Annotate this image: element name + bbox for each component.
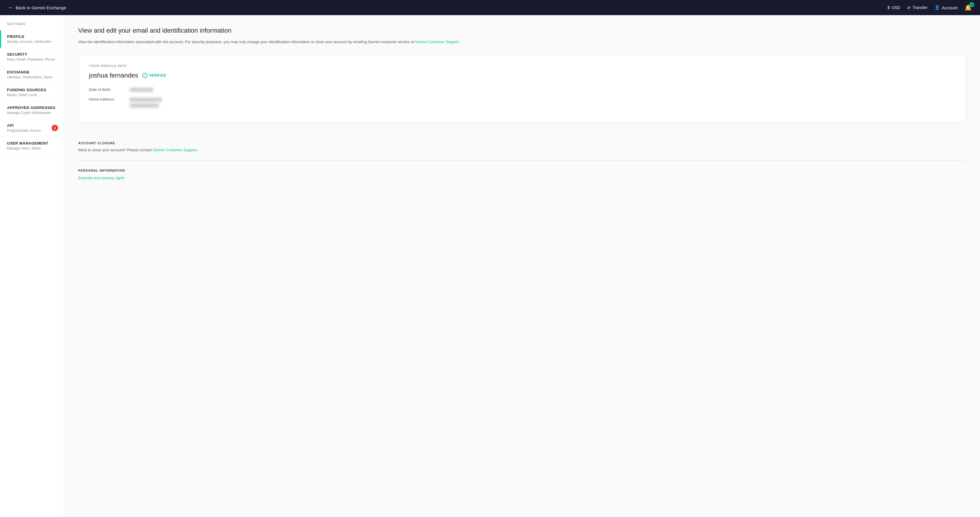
address-blurred-1: •••••••••• xyxy=(130,98,162,102)
sidebar-title: SETTINGS xyxy=(0,22,64,30)
sidebar-item-api[interactable]: API Programmatic Access 2 xyxy=(0,119,64,137)
sidebar-item-funding[interactable]: FUNDING SOURCES Banks, Debit Cards xyxy=(0,84,64,101)
back-arrow-icon: ← xyxy=(8,5,13,11)
sidebar-item-title-profile: PROFILE xyxy=(7,34,57,39)
personal-info-heading: PERSONAL INFORMATION xyxy=(78,169,966,172)
privacy-rights-link[interactable]: Exercise your privacy rights xyxy=(78,176,124,180)
page-description: View the identification information asso… xyxy=(78,39,966,45)
profile-name-row: joshua fernandes ✓ VERIFIED xyxy=(89,72,955,79)
personal-info-section: PERSONAL INFORMATION Exercise your priva… xyxy=(78,169,966,181)
sidebar-item-approved[interactable]: APPROVED ADDRESSES Manage Crypto Withdra… xyxy=(0,101,64,119)
account-closure-intro: Want to close your account? Please conta… xyxy=(78,148,152,152)
verified-badge: ✓ VERIFIED xyxy=(142,73,166,78)
sidebar-item-subtitle-approved: Manage Crypto Withdrawals xyxy=(7,111,57,115)
profile-card-label: YOUR PROFILE INFO xyxy=(89,64,955,68)
dob-field: Date of Birth: •••••••• xyxy=(89,87,955,92)
transfer-button[interactable]: ⇄ Transfer xyxy=(907,5,928,10)
account-closure-heading: ACCOUNT CLOSURE xyxy=(78,141,966,145)
dob-value: •••••••• xyxy=(130,87,153,92)
sidebar: SETTINGS PROFILE Identity, Account, Veri… xyxy=(0,15,64,517)
customer-support-link[interactable]: Gemini Customer Support xyxy=(415,40,459,44)
account-label: Account xyxy=(942,5,958,10)
account-button[interactable]: 👤 Account xyxy=(934,5,958,10)
address-blurred-2: •••••••••• xyxy=(130,103,159,108)
sidebar-item-title-security: SECURITY xyxy=(7,52,57,57)
page-layout: SETTINGS PROFILE Identity, Account, Veri… xyxy=(0,15,980,517)
sidebar-item-subtitle-user-mgmt: Manage Users, Roles xyxy=(7,146,57,151)
verified-check-icon: ✓ xyxy=(142,73,148,78)
account-closure-text: Want to close your account? Please conta… xyxy=(78,148,966,152)
top-navigation: ← Back to Gemini Exchange $ USD ⇄ Transf… xyxy=(0,0,980,15)
back-to-exchange[interactable]: ← Back to Gemini Exchange xyxy=(8,5,66,11)
verified-label: VERIFIED xyxy=(149,73,166,78)
account-closure-link[interactable]: Gemini Customer Support xyxy=(153,148,197,152)
user-icon: 👤 xyxy=(934,5,940,10)
sidebar-item-subtitle-exchange: Interface, Notifications, Alerts xyxy=(7,75,57,79)
notification-badge: 19 xyxy=(969,2,974,7)
sidebar-item-title-user-mgmt: USER MANAGEMENT xyxy=(7,141,57,146)
sidebar-item-title-exchange: EXCHANGE xyxy=(7,70,57,74)
dollar-icon: $ xyxy=(888,5,890,10)
sidebar-item-profile[interactable]: PROFILE Identity, Account, Verification xyxy=(0,30,64,48)
currency-selector[interactable]: $ USD xyxy=(888,5,900,10)
transfer-label: Transfer xyxy=(912,5,928,10)
account-closure-section: ACCOUNT CLOSURE Want to close your accou… xyxy=(78,141,966,152)
main-content: View and edit your email and identificat… xyxy=(64,15,980,517)
profile-card: YOUR PROFILE INFO joshua fernandes ✓ VER… xyxy=(78,54,966,122)
profile-name: joshua fernandes xyxy=(89,72,138,79)
currency-label: USD xyxy=(892,5,900,10)
sidebar-item-user-mgmt[interactable]: USER MANAGEMENT Manage Users, Roles xyxy=(0,137,64,155)
sidebar-item-title-approved: APPROVED ADDRESSES xyxy=(7,106,57,110)
dob-label: Date of Birth: xyxy=(89,87,130,92)
sidebar-item-security[interactable]: SECURITY Keys, Email, Password, Phone xyxy=(0,48,64,66)
page-description-text: View the identification information asso… xyxy=(78,40,414,44)
page-title: View and edit your email and identificat… xyxy=(78,27,966,34)
dob-blurred: •••••••• xyxy=(130,88,153,92)
address-label: Home Address: xyxy=(89,97,130,101)
sidebar-item-subtitle-profile: Identity, Account, Verification xyxy=(7,40,57,44)
sidebar-item-subtitle-security: Keys, Email, Password, Phone xyxy=(7,57,57,62)
sidebar-item-exchange[interactable]: EXCHANGE Interface, Notifications, Alert… xyxy=(0,66,64,84)
sidebar-badge-api: 2 xyxy=(52,125,58,131)
sidebar-item-subtitle-api: Programmatic Access xyxy=(7,128,57,133)
sidebar-item-title-funding: FUNDING SOURCES xyxy=(7,88,57,92)
back-label: Back to Gemini Exchange xyxy=(16,5,66,10)
topnav-actions: $ USD ⇄ Transfer 👤 Account 🔔 19 xyxy=(888,4,972,11)
transfer-icon: ⇄ xyxy=(907,5,911,10)
sidebar-item-title-api: API xyxy=(7,123,57,128)
account-closure-suffix: . xyxy=(197,148,198,152)
address-field: Home Address: •••••••••• •••••••••• xyxy=(89,97,955,108)
sidebar-item-subtitle-funding: Banks, Debit Cards xyxy=(7,93,57,97)
notifications-bell[interactable]: 🔔 19 xyxy=(964,4,972,11)
address-value: •••••••••• •••••••••• xyxy=(130,97,162,108)
